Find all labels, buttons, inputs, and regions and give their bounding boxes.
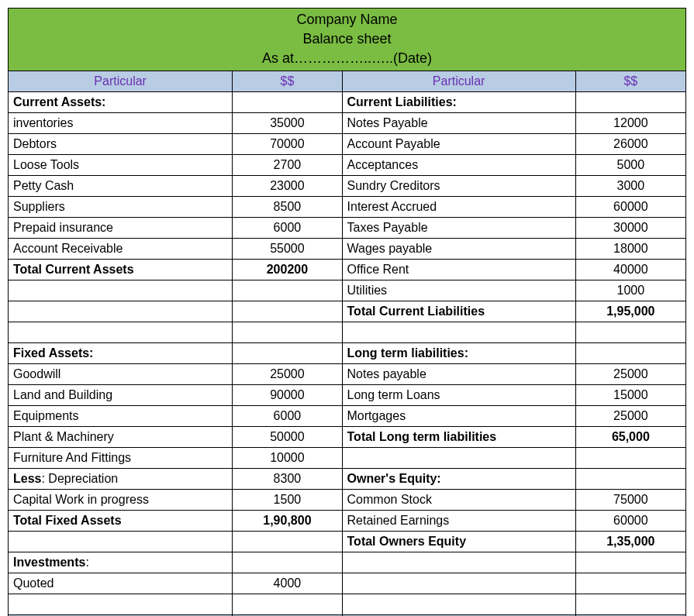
- header-right-amount: $$: [575, 71, 685, 91]
- line-item: Notes payable: [342, 363, 575, 384]
- line-item: Equipments: [9, 405, 233, 426]
- line-value: 55000: [233, 238, 342, 259]
- fixed-assets-head: Fixed Assets:: [9, 342, 233, 363]
- line-item: Quoted: [9, 573, 233, 594]
- header-left-amount: $$: [233, 71, 342, 91]
- line-item: Taxes Payable: [342, 217, 575, 238]
- line-value: 26000: [575, 133, 685, 154]
- line-item: Account Payable: [342, 133, 575, 154]
- line-value: 4000: [233, 573, 342, 594]
- line-value: 40000: [575, 259, 685, 280]
- line-value: 15000: [575, 384, 685, 405]
- line-value: 25000: [575, 363, 685, 384]
- line-value: 12000: [575, 112, 685, 133]
- line-value: 60000: [575, 196, 685, 217]
- line-value: 6000: [233, 405, 342, 426]
- line-value: 90000: [233, 384, 342, 405]
- line-item: Prepaid insurance: [9, 217, 233, 238]
- line-value: 3000: [575, 175, 685, 196]
- line-value: 50000: [233, 426, 342, 447]
- line-item: Furniture And Fittings: [9, 447, 233, 468]
- line-value: 70000: [233, 133, 342, 154]
- sheet-title: Balance sheet: [13, 29, 681, 49]
- line-value: 10000: [233, 447, 342, 468]
- total-current-assets: Total Current Assets: [9, 259, 233, 280]
- line-value: 30000: [575, 217, 685, 238]
- line-value: 60000: [575, 510, 685, 531]
- line-value: 2700: [233, 154, 342, 175]
- line-item: Land and Building: [9, 384, 233, 405]
- line-item: Account Receivable: [9, 238, 233, 259]
- current-assets-head: Current Assets:: [9, 91, 233, 112]
- line-value: 6000: [233, 217, 342, 238]
- total-current-liabilities: Total Current Liabilities: [342, 301, 575, 322]
- line-item: Long term Loans: [342, 384, 575, 405]
- title-block: Company Name Balance sheet As at……………..……: [9, 9, 686, 71]
- line-item: Office Rent: [342, 259, 575, 280]
- total-long-term-liabilities-value: 65,000: [575, 426, 685, 447]
- line-value: 25000: [233, 363, 342, 384]
- long-term-liabilities-head: Long term liabilities:: [342, 342, 575, 363]
- line-item: Mortgages: [342, 405, 575, 426]
- column-headers: Particular $$ Particular $$: [9, 71, 686, 91]
- line-item: Goodwill: [9, 363, 233, 384]
- line-value: 18000: [575, 238, 685, 259]
- line-value: 75000: [575, 489, 685, 510]
- company-name: Company Name: [13, 10, 681, 29]
- line-item: Loose Tools: [9, 154, 233, 175]
- total-fixed-assets: Total Fixed Assets: [9, 510, 233, 531]
- line-item: Wages payable: [342, 238, 575, 259]
- balance-sheet-table: Company Name Balance sheet As at……………..……: [8, 8, 686, 616]
- total-owners-equity: Total Owners Equity: [342, 531, 575, 552]
- current-liabilities-head: Current Liabilities:: [342, 91, 575, 112]
- total-owners-equity-value: 1,35,000: [575, 531, 685, 552]
- total-current-liabilities-value: 1,95,000: [575, 301, 685, 322]
- line-item: Interest Accrued: [342, 196, 575, 217]
- owners-equity-head: Owner's Equity:: [342, 468, 575, 489]
- total-fixed-assets-value: 1,90,800: [233, 510, 342, 531]
- investments-head: Investments:: [9, 552, 233, 573]
- line-value: 1500: [233, 489, 342, 510]
- line-item: Acceptances: [342, 154, 575, 175]
- as-at-date: As at……………..…..(Date): [13, 49, 681, 68]
- total-long-term-liabilities: Total Long term liabilities: [342, 426, 575, 447]
- line-item: Retained Earnings: [342, 510, 575, 531]
- line-item: Suppliers: [9, 196, 233, 217]
- line-item: Utilities: [342, 280, 575, 301]
- line-item: Capital Work in progress: [9, 489, 233, 510]
- line-value: 8300: [233, 468, 342, 489]
- total-current-assets-value: 200200: [233, 259, 342, 280]
- line-value: 35000: [233, 112, 342, 133]
- line-value: 8500: [233, 196, 342, 217]
- line-item: Petty Cash: [9, 175, 233, 196]
- line-item: Notes Payable: [342, 112, 575, 133]
- header-right-particular: Particular: [342, 71, 575, 91]
- line-value: 1000: [575, 280, 685, 301]
- line-item: Common Stock: [342, 489, 575, 510]
- line-item: Debtors: [9, 133, 233, 154]
- header-left-particular: Particular: [9, 71, 233, 91]
- line-item: inventories: [9, 112, 233, 133]
- line-value: 23000: [233, 175, 342, 196]
- line-item: Plant & Machinery: [9, 426, 233, 447]
- line-value: 5000: [575, 154, 685, 175]
- less-depreciation: Less: Depreciation: [9, 468, 233, 489]
- line-value: 25000: [575, 405, 685, 426]
- line-item: Sundry Creditors: [342, 175, 575, 196]
